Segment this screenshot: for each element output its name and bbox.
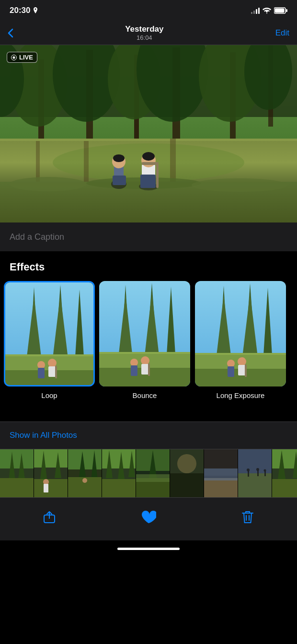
svg-rect-79 xyxy=(228,366,234,377)
svg-rect-111 xyxy=(136,474,170,482)
svg-rect-106 xyxy=(102,479,136,497)
svg-rect-131 xyxy=(272,449,297,468)
svg-rect-1 xyxy=(286,9,287,12)
effect-bounce-thumb xyxy=(99,281,190,386)
svg-rect-128 xyxy=(264,471,266,476)
effect-loop-label: Loop xyxy=(41,391,57,399)
svg-rect-134 xyxy=(272,479,297,497)
svg-rect-67 xyxy=(141,364,149,375)
svg-rect-76 xyxy=(195,353,286,355)
svg-rect-81 xyxy=(238,365,246,375)
favorite-button[interactable] xyxy=(138,506,159,527)
caption-area[interactable]: Add a Caption xyxy=(0,222,297,251)
svg-rect-31 xyxy=(113,176,126,185)
time-display: 20:30 xyxy=(10,6,30,15)
thumbnail-item[interactable] xyxy=(34,449,68,497)
delete-button[interactable] xyxy=(237,506,258,527)
svg-point-125 xyxy=(247,468,250,471)
caption-placeholder: Add a Caption xyxy=(10,232,64,242)
svg-rect-122 xyxy=(238,449,272,473)
svg-rect-68 xyxy=(148,363,150,376)
thumbnail-item[interactable] xyxy=(68,449,102,497)
photo-view[interactable]: LIVE xyxy=(0,45,297,222)
svg-rect-124 xyxy=(248,471,249,477)
svg-point-115 xyxy=(177,454,196,473)
status-time: 20:30 xyxy=(10,6,38,15)
delete-icon xyxy=(241,510,254,524)
toolbar xyxy=(0,497,297,540)
nav-subtitle-text: 16:04 xyxy=(125,34,163,41)
effect-loop[interactable]: Loop xyxy=(0,281,97,407)
show-all-section[interactable]: Show in All Photos xyxy=(0,422,297,449)
effect-bounce[interactable]: Bounce xyxy=(97,281,193,407)
svg-rect-36 xyxy=(140,175,156,188)
svg-rect-89 xyxy=(34,449,68,468)
svg-rect-51 xyxy=(38,368,45,378)
status-bar: 20:30 xyxy=(0,0,297,21)
live-label: LIVE xyxy=(19,54,33,61)
svg-point-78 xyxy=(227,360,235,367)
thumbnail-item[interactable] xyxy=(0,449,34,497)
svg-rect-84 xyxy=(0,449,34,468)
battery-icon xyxy=(274,7,287,14)
live-badge: LIVE xyxy=(7,52,37,63)
svg-rect-114 xyxy=(170,473,204,497)
svg-rect-24 xyxy=(170,139,176,184)
show-all-link[interactable]: Show in All Photos xyxy=(10,431,77,440)
svg-rect-92 xyxy=(34,479,68,497)
signal-icon xyxy=(251,7,260,14)
thumbnail-item[interactable] xyxy=(272,449,297,497)
home-bar xyxy=(117,548,180,550)
svg-rect-48 xyxy=(5,354,95,356)
effects-scroll[interactable]: Loop xyxy=(0,281,297,407)
svg-point-127 xyxy=(256,468,259,471)
effects-title: Effects xyxy=(0,261,297,273)
effect-long-exposure[interactable]: Long Exposure xyxy=(193,281,288,407)
svg-point-64 xyxy=(130,359,138,366)
effect-loop-thumb xyxy=(4,281,95,386)
back-button[interactable] xyxy=(8,28,13,38)
wifi-icon xyxy=(263,7,271,14)
svg-point-33 xyxy=(113,154,125,162)
svg-rect-23 xyxy=(84,141,89,182)
svg-point-50 xyxy=(37,361,45,369)
svg-rect-94 xyxy=(44,484,48,492)
favorite-icon xyxy=(141,510,156,524)
svg-point-26 xyxy=(10,177,86,191)
nav-title-text: Yesterday xyxy=(125,24,163,34)
svg-rect-96 xyxy=(68,449,102,469)
share-button[interactable] xyxy=(39,506,60,527)
svg-rect-87 xyxy=(0,478,34,497)
thumbnail-item[interactable] xyxy=(102,449,136,497)
svg-point-38 xyxy=(142,152,155,161)
svg-rect-53 xyxy=(48,366,56,377)
svg-rect-54 xyxy=(55,366,57,378)
svg-rect-20 xyxy=(0,139,297,141)
svg-rect-39 xyxy=(156,164,159,188)
svg-rect-2 xyxy=(275,9,285,13)
nav-bar: Yesterday 16:04 Edit xyxy=(0,21,297,45)
thumbnail-item[interactable] xyxy=(238,449,272,497)
effect-long-exposure-thumb xyxy=(195,281,286,386)
thumbnail-item[interactable] xyxy=(170,449,204,497)
location-icon xyxy=(33,7,38,14)
home-indicator xyxy=(0,540,297,557)
share-icon xyxy=(43,510,56,524)
svg-rect-65 xyxy=(131,365,137,376)
live-dot-icon xyxy=(11,55,17,60)
effect-long-exposure-label: Long Exposure xyxy=(217,391,265,399)
svg-rect-40 xyxy=(142,162,159,165)
svg-point-100 xyxy=(82,478,87,483)
svg-rect-119 xyxy=(204,478,238,497)
edit-button[interactable]: Edit xyxy=(275,28,289,38)
svg-rect-123 xyxy=(238,473,272,497)
svg-rect-82 xyxy=(245,364,247,377)
svg-rect-126 xyxy=(257,470,259,476)
svg-point-129 xyxy=(264,469,266,472)
thumbnail-item[interactable] xyxy=(136,449,170,497)
status-icons xyxy=(251,7,287,14)
svg-point-28 xyxy=(192,178,287,192)
thumbnail-item[interactable] xyxy=(204,449,238,497)
thumbnail-strip[interactable] xyxy=(0,449,297,497)
nav-title: Yesterday 16:04 xyxy=(125,24,163,41)
